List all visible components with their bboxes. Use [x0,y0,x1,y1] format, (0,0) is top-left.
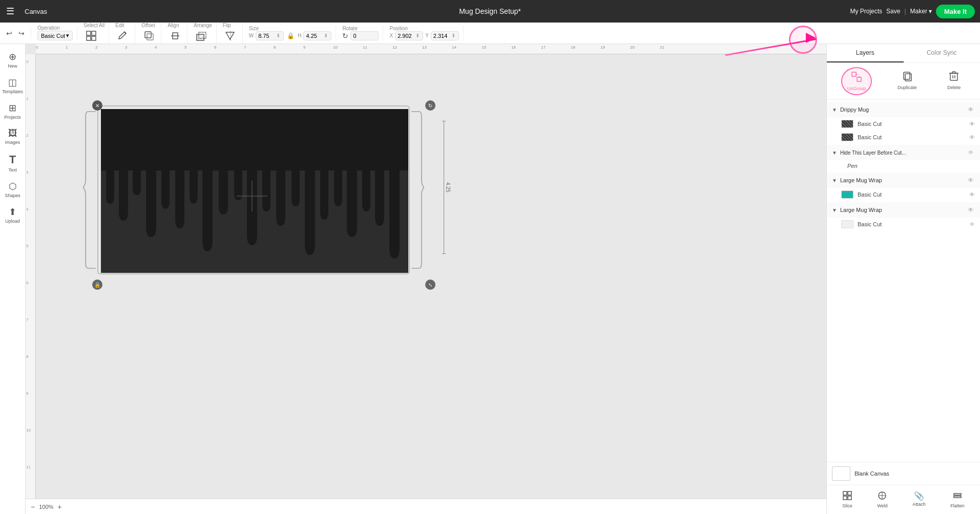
svg-rect-36 [848,496,851,500]
layer-item-basic-cut-1[interactable]: Basic Cut 👁 [827,117,980,131]
canvas-content[interactable]: ✕ ↻ 🔒 ⤡ 4.25 [36,54,826,499]
handle-close[interactable]: ✕ [92,100,102,111]
sidebar-item-shapes[interactable]: ⬡ Shapes [2,178,24,201]
edit-icon [117,30,129,41]
layer-item-basic-cut-4[interactable]: Basic Cut 👁 [827,218,980,231]
visibility-toggle-1[interactable]: 👁 [969,121,975,127]
design-canvas[interactable]: ✕ ↻ 🔒 ⤡ 4.25 [97,95,415,285]
visibility-toggle-drippy-mug[interactable]: 👁 [967,105,975,114]
layer-group-large-mug-wrap-2: ▼ Large Mug Wrap 👁 Basic Cut 👁 [827,202,980,231]
left-sidebar: ⊕ New ◫ Templates ⊞ Projects 🖼 Images T … [0,44,26,514]
ungroup-button[interactable]: UnGroup [841,67,872,95]
shapes-icon: ⬡ [9,181,17,192]
layer-thumb-1 [841,120,853,128]
visibility-toggle-3[interactable]: 👁 [969,191,975,198]
layer-group-hide-layer: ▼ Hide This Layer Before Cut... 👁 Pen [827,145,980,172]
weld-button[interactable]: Weld [873,488,891,511]
delete-icon [948,70,960,84]
select-all-group: Select All [84,23,109,44]
x-position-input[interactable]: ⬍ [395,31,423,40]
divider: | [904,8,906,15]
layer-item-basic-cut-3[interactable]: Basic Cut 👁 [827,188,980,201]
canvas-area[interactable]: // Will render ruler marks dynamically 0… [26,44,826,499]
right-panel: Layers Color Sync UnGroup Dup [826,44,980,514]
handle-lock[interactable]: 🔒 [92,280,102,290]
tab-layers[interactable]: Layers [827,44,904,62]
duplicate-button[interactable]: Duplicate [892,67,922,95]
svg-rect-2 [87,36,91,40]
svg-rect-40 [954,494,961,495]
layer-item-pen[interactable]: Pen [827,160,980,172]
zoom-level: 100% [39,504,53,510]
svg-rect-27 [905,74,911,81]
sidebar-item-images[interactable]: 🖼 Images [2,125,24,148]
panel-tabs: Layers Color Sync [827,44,980,63]
sidebar-item-templates[interactable]: ◫ Templates [2,74,24,97]
app-title: Canvas [25,8,47,15]
projects-icon: ⊞ [9,102,16,114]
rotate-input[interactable] [350,31,379,40]
handle-rotate-top[interactable]: ↻ [425,100,435,111]
layer-group-header-hide-layer[interactable]: ▼ Hide This Layer Before Cut... 👁 [827,145,980,160]
panel-actions: UnGroup Duplicate Delete [827,63,980,100]
templates-icon: ◫ [8,77,17,88]
layer-group-header-drippy-mug[interactable]: ▼ Drippy Mug 👁 [827,102,980,117]
handle-resize[interactable]: ⤡ [425,280,435,290]
undo-button[interactable]: ↩ [4,27,14,39]
make-it-button[interactable]: Make It [936,5,975,18]
undo-redo-group: ↩ ↪ [4,27,31,39]
layer-group-header-large-mug-1[interactable]: ▼ Large Mug Wrap 👁 [827,173,980,188]
svg-rect-32 [952,72,955,73]
delete-button[interactable]: Delete [942,67,966,95]
my-projects-button[interactable]: My Projects [850,8,882,15]
align-button[interactable] [168,28,183,44]
visibility-toggle-wrap1[interactable]: 👁 [967,176,975,185]
zoom-out-button[interactable]: − [31,503,35,511]
width-input[interactable]: ⬍ [256,31,284,40]
visibility-toggle-4[interactable]: 👁 [969,221,975,227]
edit-button[interactable] [115,28,131,44]
redo-button[interactable]: ↪ [16,27,27,39]
tab-color-sync[interactable]: Color Sync [904,44,981,62]
flip-button[interactable] [223,28,238,44]
svg-rect-23 [857,77,861,81]
save-button[interactable]: Save [886,8,900,15]
height-input[interactable]: ⬍ [303,31,331,40]
size-group: Size W ⬍ 🔒 H ⬍ [249,26,337,40]
layer-item-basic-cut-2[interactable]: Basic Cut 👁 [827,131,980,144]
text-icon: T [9,153,16,166]
toolbar: ↩ ↪ Operation Basic Cut ▾ Select All [0,23,980,44]
blank-canvas-row: Blank Canvas [827,462,980,485]
y-position-input[interactable]: ⬍ [431,31,459,40]
svg-rect-34 [848,491,851,495]
slice-icon [843,491,852,502]
attach-button[interactable]: 📎 Attach [908,488,930,511]
flatten-button[interactable]: Flatten [946,488,969,511]
svg-rect-8 [197,34,204,40]
svg-rect-28 [950,73,957,80]
select-all-button[interactable] [84,28,99,44]
layer-group-large-mug-wrap-1: ▼ Large Mug Wrap 👁 Basic Cut 👁 [827,173,980,201]
sidebar-item-upload[interactable]: ⬆ Upload [2,203,24,227]
visibility-toggle-wrap2[interactable]: 👁 [967,205,975,215]
layer-group-drippy-mug: ▼ Drippy Mug 👁 Basic Cut 👁 Basic Cut 👁 [827,102,980,144]
visibility-toggle-2[interactable]: 👁 [969,134,975,140]
maker-button[interactable]: Maker ▾ [910,8,932,15]
visibility-toggle-hide[interactable]: 👁 [967,148,975,157]
zoom-in-button[interactable]: + [57,503,61,511]
menu-icon[interactable]: ☰ [6,6,14,17]
sidebar-item-new[interactable]: ⊕ New [2,48,24,72]
attach-icon: 📎 [914,491,924,501]
slice-button[interactable]: Slice [838,488,857,511]
svg-marker-10 [226,32,234,39]
lock-aspect-button[interactable]: 🔒 [286,31,296,40]
offset-button[interactable] [141,28,157,44]
sidebar-item-text[interactable]: T Text [2,150,24,176]
chevron-icon-4: ▼ [832,207,837,213]
arrange-button[interactable] [194,28,209,44]
bracket-right [409,106,424,273]
lock-icon: 🔒 [287,32,295,39]
sidebar-item-projects[interactable]: ⊞ Projects [2,99,24,123]
operation-dropdown[interactable]: Basic Cut ▾ [37,31,73,40]
layer-group-header-large-mug-2[interactable]: ▼ Large Mug Wrap 👁 [827,202,980,218]
